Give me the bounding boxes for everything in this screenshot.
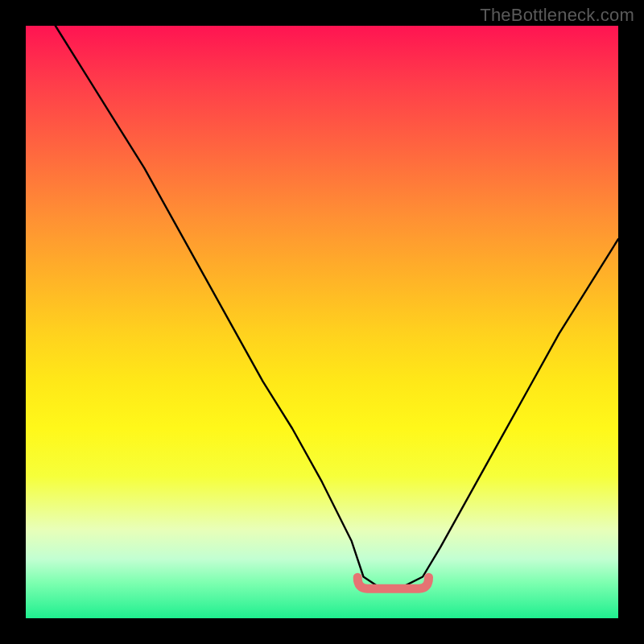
bottleneck-curve	[56, 26, 618, 588]
chart-plot-area	[26, 26, 618, 618]
watermark-text: TheBottleneck.com	[480, 5, 634, 26]
curve-svg	[26, 26, 618, 618]
chart-frame: TheBottleneck.com	[0, 0, 644, 644]
